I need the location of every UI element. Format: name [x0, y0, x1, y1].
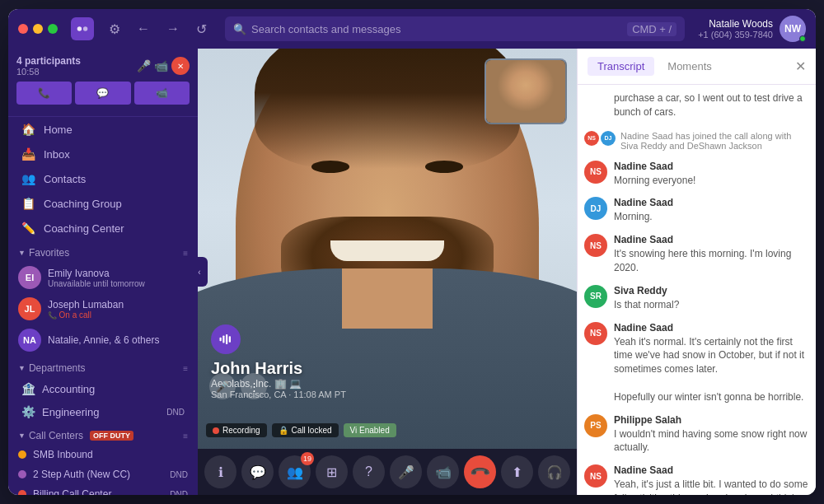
dept-sort-icon[interactable]: ≡ [183, 364, 188, 373]
participants-button[interactable]: 👥 19 [279, 455, 311, 488]
locked-badge[interactable]: 🔒 Call locked [272, 423, 339, 437]
video-action-button[interactable]: 📹 [134, 82, 190, 105]
search-icon: 🔍 [233, 23, 246, 35]
departments-section-header: ▼ Departments ≡ [8, 356, 198, 377]
accounting-label: Accounting [42, 383, 95, 395]
tab-moments[interactable]: Moments [658, 57, 721, 76]
search-bar[interactable]: 🔍 Search contacts and messages CMD + / [225, 16, 685, 41]
home-icon: 🏠 [21, 123, 35, 136]
end-call-button[interactable]: 📞 [464, 455, 496, 488]
2step-dot [18, 470, 26, 478]
inline-more-button[interactable]: ⋮ [241, 373, 267, 399]
call-info: 4 participants 10:58 🎤 📹 ✕ [16, 55, 190, 77]
sound-icon [211, 324, 241, 354]
favorites-sort-icon[interactable]: ≡ [183, 249, 188, 258]
svg-point-0 [77, 26, 82, 30]
system-msg-text: Nadine Saad has joined the call along wi… [620, 131, 809, 151]
others-info: Natalie, Annie, & 6 others [48, 334, 188, 346]
video-icon[interactable]: 📹 [154, 59, 168, 72]
accounting-icon: 🏦 [21, 382, 35, 395]
participants-icon: 👥 [287, 464, 303, 480]
engineering-dnd-badge: DND [166, 408, 185, 417]
nadine-avatar-1: NS [584, 161, 607, 184]
close-button[interactable] [18, 24, 28, 34]
bottom-action-bar: ℹ 💬 👥 19 ⊞ ? 🎤 📹 [198, 449, 577, 495]
app-window: ⚙ ← → ↺ 🔍 Search contacts and messages C… [8, 9, 816, 495]
company-icon: 🏢 💻 [274, 378, 302, 390]
headset-icon: 🎧 [546, 464, 563, 480]
maximize-button[interactable] [48, 24, 58, 34]
svg-rect-4 [226, 334, 227, 344]
sidebar-item-coaching-group[interactable]: 📋 Coaching Group [8, 191, 198, 216]
participants-badge: 19 [301, 452, 314, 465]
app-logo [71, 17, 94, 40]
video-button[interactable]: 📹 [427, 455, 459, 488]
billing-label: Billing Call Center [33, 488, 163, 495]
dept-accounting[interactable]: 🏦 Accounting [8, 377, 198, 400]
refresh-button[interactable]: ↺ [191, 18, 212, 40]
chat-action-button[interactable]: 💬 [75, 82, 130, 105]
system-avatars: NS DJ [584, 131, 616, 151]
vi-badge[interactable]: Vi Enabled [344, 423, 396, 437]
cc-billing[interactable]: Billing Call Center DND [8, 484, 198, 495]
transcript-panel: Transcript Moments ✕ purchase a car, so … [577, 49, 816, 495]
favorite-joseph[interactable]: JL Joseph Lumaban On a call [8, 293, 198, 324]
msg-nadine-4-name: Nadine Saad [614, 464, 809, 476]
settings-icon[interactable]: ⚙ [104, 18, 125, 40]
sidebar-item-home[interactable]: 🏠 Home [8, 117, 198, 142]
hair [255, 49, 520, 169]
svg-rect-5 [229, 336, 231, 343]
dept-engineering[interactable]: ⚙️ Engineering DND [8, 400, 198, 423]
msg-siva-text: Is that normal? [614, 298, 809, 312]
call-timer: 10:58 [16, 67, 81, 77]
contacts-label: Contacts [44, 173, 86, 185]
msg-philippe: PS Philippe Salah I wouldn't mind having… [584, 414, 809, 455]
camera-icon: 📹 [435, 464, 452, 480]
video-main: John Harris Aerolabs, Inc. 🏢 💻 San Franc… [198, 49, 577, 449]
favorite-emily[interactable]: EI Emily Ivanova Unavailable until tomor… [8, 262, 198, 293]
tab-transcript[interactable]: Transcript [588, 57, 654, 76]
sidebar-collapse-button[interactable]: ‹ [191, 257, 208, 287]
sidebar-item-contacts[interactable]: 👥 Contacts [8, 166, 198, 191]
help-button[interactable]: ? [353, 455, 385, 488]
share-screen-button[interactable]: ⬆ [501, 455, 533, 488]
favorite-others[interactable]: NA Natalie, Annie, & 6 others [8, 324, 198, 356]
end-call-button[interactable]: ✕ [171, 57, 190, 75]
2step-label: 2 Step Auth (New CC) [33, 469, 163, 480]
mic-button[interactable]: 🎤 [390, 455, 422, 488]
call-centers-section-header: ▼ Call Centers OFF DUTY ≡ [8, 423, 198, 445]
smb-label: SMB Inbound [33, 449, 188, 460]
forward-button[interactable]: → [162, 18, 185, 40]
joseph-name: Joseph Lumaban [48, 299, 188, 310]
main-content: 4 participants 10:58 🎤 📹 ✕ 📞 💬 📹 [8, 49, 816, 495]
transcript-system-msg: NS DJ Nadine Saad has joined the call al… [584, 128, 809, 154]
billing-dnd: DND [170, 490, 188, 496]
info-button[interactable]: ℹ [204, 455, 236, 488]
recording-badge[interactable]: Recording [206, 423, 267, 437]
mic-icon[interactable]: 🎤 [137, 59, 151, 72]
msg-nadine-1-content: Nadine Saad Morning everyone! [614, 161, 809, 188]
avatar[interactable]: NW [780, 16, 806, 42]
grid-button[interactable]: ⊞ [316, 455, 348, 488]
close-transcript-button[interactable]: ✕ [795, 58, 806, 74]
msg-nadine-2-text: It's snowing here this morning. I'm lovi… [614, 247, 809, 275]
inline-mic-button[interactable]: 🎤 [209, 373, 236, 399]
sidebar-item-coaching-center[interactable]: ✏️ Coaching Center [8, 216, 198, 240]
phone-action-button[interactable]: 📞 [16, 82, 72, 105]
cc-sort-icon[interactable]: ≡ [183, 432, 188, 441]
minimize-button[interactable] [33, 24, 43, 34]
cc-smb-inbound[interactable]: SMB Inbound [8, 445, 198, 464]
user-name: Natalie Woods [698, 18, 773, 30]
msg-nadine-1-name: Nadine Saad [614, 161, 809, 172]
back-button[interactable]: ← [132, 18, 155, 40]
chat-button[interactable]: 💬 [241, 455, 274, 488]
msg-dj-1-text: Morning. [614, 210, 809, 224]
headset-button[interactable]: 🎧 [538, 455, 570, 488]
sidebar-item-inbox[interactable]: 📥 Inbox [8, 142, 198, 166]
transcript-continuation: purchase a car, so I went out to test dr… [584, 91, 809, 128]
locked-label: Call locked [292, 426, 332, 435]
cc-2step-auth[interactable]: 2 Step Auth (New CC) DND [8, 464, 198, 484]
call-action-buttons: 📞 💬 📹 [16, 82, 190, 105]
smile [330, 240, 444, 260]
msg-nadine-3-text: Yeah it's normal. It's certainly not the… [614, 335, 809, 404]
